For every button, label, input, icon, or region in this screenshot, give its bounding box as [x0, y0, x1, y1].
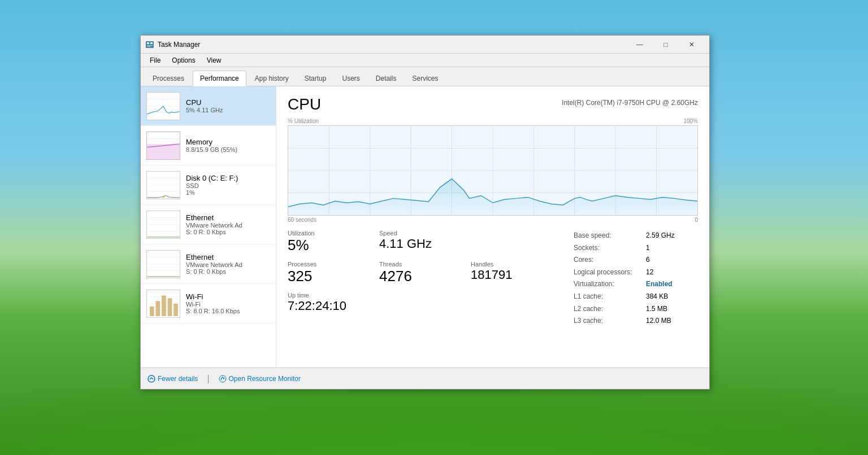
- wifi-thumbnail: [146, 290, 180, 318]
- wifi-sidebar-sub2: S: 8.0 R: 16.0 Kbps: [186, 308, 270, 314]
- sockets-val: 1: [646, 242, 650, 255]
- speed-value: 4.11 GHz: [379, 237, 471, 251]
- sidebar-item-cpu[interactable]: CPU 5% 4.11 GHz: [141, 86, 276, 126]
- svg-rect-1: [147, 42, 149, 44]
- processes-label: Processes: [288, 261, 379, 268]
- menu-options[interactable]: Options: [167, 55, 199, 65]
- svg-point-49: [148, 375, 155, 382]
- svg-rect-3: [147, 45, 153, 46]
- menu-file[interactable]: File: [145, 55, 165, 65]
- close-button[interactable]: ✕: [679, 36, 705, 54]
- tab-services[interactable]: Services: [405, 71, 446, 86]
- chart-container: % Utilization 100%: [288, 118, 698, 223]
- tab-processes[interactable]: Processes: [145, 71, 192, 86]
- maximize-button[interactable]: □: [653, 36, 679, 54]
- l1-cache-val: 384 KB: [646, 291, 668, 303]
- processes-value: 325: [288, 268, 379, 285]
- memory-sidebar-name: Memory: [186, 138, 270, 146]
- title-bar: Task Manager — □ ✕: [141, 36, 709, 54]
- threads-value: 4276: [379, 268, 471, 285]
- cpu-sidebar-sub: 5% 4.11 GHz: [186, 107, 270, 113]
- menu-view[interactable]: View: [202, 55, 226, 65]
- threads-label: Threads: [379, 261, 471, 268]
- sidebar-item-wifi[interactable]: Wi-Fi Wi-Fi S: 8.0 R: 16.0 Kbps: [141, 284, 276, 323]
- speed-label: Speed: [379, 230, 471, 237]
- ethernet1-sidebar-name: Ethernet: [186, 213, 270, 222]
- info-table-area: Base speed: 2.59 GHz Sockets: 1 Cores: 6: [574, 230, 698, 327]
- svg-rect-2: [150, 42, 153, 44]
- logical-processors-key: Logical processors:: [574, 266, 641, 279]
- chevron-up-icon: [147, 375, 155, 383]
- cpu-thumbnail: [146, 92, 180, 120]
- l2-cache-key: L2 cache:: [574, 303, 641, 316]
- cores-key: Cores:: [574, 254, 641, 266]
- panel-header: CPU Intel(R) Core(TM) i7-9750H CPU @ 2.6…: [288, 95, 698, 113]
- ethernet2-sidebar-info: Ethernet VMware Network Ad S: 0 R: 0 Kbp…: [186, 253, 270, 275]
- resource-monitor-icon: [219, 375, 227, 383]
- base-speed-key: Base speed:: [574, 230, 641, 242]
- fewer-details-label: Fewer details: [158, 375, 198, 383]
- tab-details[interactable]: Details: [368, 71, 404, 86]
- l1-cache-key: L1 cache:: [574, 291, 641, 303]
- memory-sidebar-info: Memory 8.8/15.9 GB (55%): [186, 138, 270, 153]
- task-manager-window: Task Manager — □ ✕ File Options View Pro…: [140, 35, 710, 390]
- chart-time-left: 60 seconds: [288, 217, 316, 223]
- tab-startup[interactable]: Startup: [297, 71, 334, 86]
- handles-value: 181791: [471, 268, 562, 282]
- menu-bar: File Options View: [141, 54, 709, 67]
- cpu-sidebar-name: CPU: [186, 98, 270, 107]
- base-speed-val: 2.59 GHz: [646, 230, 675, 242]
- sidebar-item-disk[interactable]: Disk 0 (C: E: F:) SSD 1%: [141, 165, 276, 205]
- tab-performance[interactable]: Performance: [193, 71, 246, 86]
- sidebar-scroll[interactable]: CPU 5% 4.11 GHz: [141, 86, 276, 368]
- svg-rect-10: [147, 144, 180, 159]
- ethernet2-sidebar-sub1: VMware Network Ad: [186, 261, 270, 268]
- svg-rect-32: [156, 301, 160, 316]
- wifi-sidebar-name: Wi-Fi: [186, 292, 270, 301]
- svg-point-18: [163, 196, 164, 198]
- panel-title: CPU: [288, 95, 321, 113]
- chart-y-labels: % Utilization 100%: [288, 118, 698, 124]
- sockets-key: Sockets:: [574, 242, 641, 255]
- wifi-sidebar-info: Wi-Fi Wi-Fi S: 8.0 R: 16.0 Kbps: [186, 292, 270, 314]
- tab-bar: Processes Performance App history Startu…: [141, 67, 709, 86]
- minimize-button[interactable]: —: [627, 36, 653, 54]
- l2-cache-val: 1.5 MB: [646, 303, 667, 316]
- svg-rect-4: [147, 46, 151, 47]
- speed-stat: Speed 4.11 GHz: [379, 230, 471, 254]
- sidebar-item-ethernet1[interactable]: Ethernet VMware Network Ad S: 0 R: 0 Kbp…: [141, 205, 276, 244]
- ethernet2-thumbnail: [146, 250, 180, 278]
- uptime-value: 7:22:24:10: [288, 299, 379, 313]
- uptime-stat: Up time 7:22:24:10: [288, 292, 379, 313]
- sidebar-item-ethernet2[interactable]: Ethernet VMware Network Ad S: 0 R: 0 Kbp…: [141, 244, 276, 284]
- chart-time-labels: 60 seconds 0: [288, 217, 698, 223]
- l1-cache-row: L1 cache: 384 KB: [574, 291, 698, 303]
- sidebar-item-memory[interactable]: Memory 8.8/15.9 GB (55%): [141, 126, 276, 165]
- info-section: Utilization 5% Speed 4.11 GHz Processes …: [288, 230, 698, 327]
- l2-cache-row: L2 cache: 1.5 MB: [574, 303, 698, 316]
- virtualization-row: Virtualization: Enabled: [574, 278, 698, 291]
- threads-stat: Threads 4276: [379, 261, 471, 285]
- info-table: Base speed: 2.59 GHz Sockets: 1 Cores: 6: [574, 230, 698, 327]
- logical-processors-val: 12: [646, 266, 653, 279]
- tab-users[interactable]: Users: [335, 71, 367, 86]
- stats-area: Utilization 5% Speed 4.11 GHz Processes …: [288, 230, 562, 327]
- disk-sidebar-sub2: 1%: [186, 189, 270, 196]
- chart-y-max: 100%: [683, 118, 698, 124]
- open-resource-monitor-button[interactable]: Open Resource Monitor: [219, 375, 301, 383]
- disk-thumbnail: [146, 171, 180, 199]
- svg-rect-34: [168, 298, 172, 316]
- disk-sidebar-info: Disk 0 (C: E: F:) SSD 1%: [186, 174, 270, 196]
- fewer-details-button[interactable]: Fewer details: [147, 375, 198, 383]
- chart-y-label: % Utilization: [288, 118, 319, 124]
- window-title: Task Manager: [158, 41, 627, 49]
- ethernet1-sidebar-sub1: VMware Network Ad: [186, 222, 270, 229]
- l3-cache-key: L3 cache:: [574, 315, 641, 327]
- bottom-divider: |: [207, 374, 209, 384]
- tab-app-history[interactable]: App history: [248, 71, 296, 86]
- panel-subtitle: Intel(R) Core(TM) i7-9750H CPU @ 2.60GHz: [562, 99, 698, 107]
- task-manager-icon: [145, 40, 154, 49]
- svg-rect-31: [150, 306, 154, 316]
- cores-val: 6: [646, 254, 650, 266]
- main-panel: CPU Intel(R) Core(TM) i7-9750H CPU @ 2.6…: [276, 86, 709, 368]
